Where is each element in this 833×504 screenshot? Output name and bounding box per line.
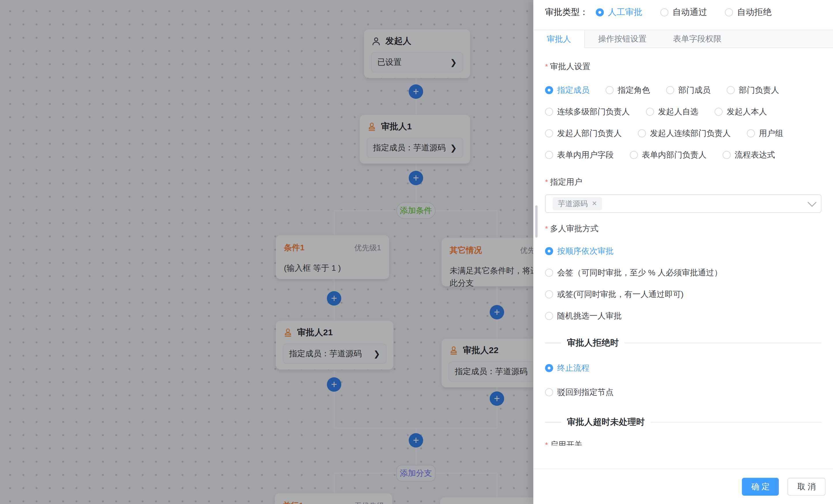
selected-user-name: 芋道源码 [558,199,588,209]
cancel-button[interactable]: 取 消 [787,478,826,496]
multi-approve-option[interactable]: 或签(可同时审批，有一人通过即可) [545,289,822,300]
node-config-panel: 审批类型： 人工审批 自动通过 自动拒绝 审批人 操作按钮设置 表单字段权 [533,0,833,504]
radio-circle-icon [725,8,733,17]
approver-setting-option[interactable]: 发起人部门负责人 [545,128,622,139]
approver-setting-option[interactable]: 部门负责人 [727,85,779,96]
tab-label: 审批人 [547,34,571,45]
radio-label: 会签（可同时审批，至少 % 人必须审批通过） [557,267,722,278]
approver-setting-option[interactable]: 连续多级部门负责人 [545,106,630,117]
approval-type-option[interactable]: 自动通过 [660,6,707,18]
radio-label: 驳回到指定节点 [557,387,614,398]
approver-setting-option[interactable]: 表单内用户字段 [545,149,614,160]
radio-circle-icon [747,129,755,137]
divider-line [545,343,561,343]
radio-label: 流程表达式 [735,149,775,160]
radio-circle-icon [727,86,735,94]
radio-label: 或签(可同时审批，有一人通过即可) [557,289,684,300]
reject-option[interactable]: 终止流程 [545,362,822,374]
config-form: 审批人设置 指定成员 指定角色 部门成员 部门负责人 [533,49,833,446]
radio-label: 发起人连续部门负责人 [650,128,731,139]
config-tab[interactable]: 审批人 [533,30,585,48]
tab-label: 操作按钮设置 [598,33,646,44]
radio-circle-icon [666,86,674,94]
multi-approve-option[interactable]: 按顺序依次审批 [545,246,822,257]
reject-radio-group: 终止流程 驳回到指定节点 [545,362,822,398]
radio-label: 自动拒绝 [737,6,771,18]
confirm-button[interactable]: 确 定 [742,478,779,496]
assign-user-select[interactable]: 芋道源码 ✕ [545,194,822,213]
radio-label: 表单内部门负责人 [642,149,707,160]
approver-setting-option[interactable]: 表单内部门负责人 [630,149,707,160]
approver-setting-row2: 连续多级部门负责人 发起人自选 发起人本人 [545,106,822,117]
radio-label: 连续多级部门负责人 [557,106,630,117]
divider-line [650,422,822,423]
radio-label: 指定成员 [557,85,590,96]
radio-label: 终止流程 [557,362,590,374]
config-tab[interactable]: 操作按钮设置 [585,30,660,48]
radio-label: 发起人自选 [658,106,698,117]
approver-setting-row3: 发起人部门负责人 发起人连续部门负责人 用户组 [545,128,822,139]
radio-label: 部门成员 [678,85,711,96]
reject-section-divider: 审批人拒绝时 [545,337,822,349]
radio-circle-icon [545,151,553,159]
radio-label: 用户组 [759,128,783,139]
approver-setting-option[interactable]: 发起人连续部门负责人 [638,128,731,139]
radio-circle-icon [545,247,553,255]
radio-circle-icon [545,290,553,298]
radio-circle-icon [646,108,654,116]
approver-setting-label: 审批人设置 [545,61,822,72]
approver-setting-option[interactable]: 用户组 [747,128,783,139]
config-tab[interactable]: 表单字段权限 [660,30,735,48]
multi-approve-option[interactable]: 随机挑选一人审批 [545,310,822,321]
radio-circle-icon [545,86,553,94]
enable-switch-label: 启用开关 [545,439,822,446]
radio-circle-icon [630,151,638,159]
multi-approve-radio-group: 按顺序依次审批 会签（可同时审批，至少 % 人必须审批通过） 或签(可同时审批，… [545,246,822,321]
remove-tag-icon[interactable]: ✕ [592,200,597,207]
radio-circle-icon [722,151,731,159]
radio-circle-icon [545,388,553,396]
radio-circle-icon [660,8,668,17]
radio-circle-icon [638,129,646,137]
radio-circle-icon [545,364,553,372]
radio-circle-icon [545,129,553,137]
approval-type-option[interactable]: 人工审批 [596,6,642,18]
radio-circle-icon [715,108,722,116]
approver-setting-option[interactable]: 发起人自选 [646,106,698,117]
divider-line [625,343,822,343]
radio-label: 自动通过 [672,6,707,18]
multi-approve-label: 多人审批方式 [545,223,822,234]
multi-approve-option[interactable]: 会签（可同时审批，至少 % 人必须审批通过） [545,267,822,278]
radio-label: 发起人本人 [727,106,767,117]
approval-type-label: 审批类型： [545,6,588,18]
scrollbar-thumb[interactable] [535,205,538,237]
assign-user-label: 指定用户 [545,177,822,187]
approval-type-row: 审批类型： 人工审批 自动通过 自动拒绝 [533,0,833,18]
approver-setting-option[interactable]: 指定成员 [545,85,590,96]
timeout-section-divider: 审批人超时未处理时 [545,416,822,428]
radio-label: 发起人部门负责人 [557,128,622,139]
reject-option[interactable]: 驳回到指定节点 [545,387,822,398]
radio-circle-icon [605,86,614,94]
approval-type-radio-group: 人工审批 自动通过 自动拒绝 [596,6,771,18]
radio-circle-icon [545,269,553,277]
divider-line [545,422,561,423]
chevron-down-icon [808,198,816,207]
approver-setting-option[interactable]: 发起人本人 [715,106,767,117]
approver-setting-option[interactable]: 流程表达式 [722,149,775,160]
tab-label: 表单字段权限 [673,33,721,44]
radio-label: 指定角色 [618,85,650,96]
approver-setting-row4: 表单内用户字段 表单内部门负责人 流程表达式 [545,149,822,160]
radio-label: 人工审批 [608,6,642,18]
config-tabs: 审批人 操作按钮设置 表单字段权限 [533,30,833,48]
radio-label: 表单内用户字段 [557,149,614,160]
radio-circle-icon [596,8,604,17]
approver-setting-row1: 指定成员 指定角色 部门成员 部门负责人 [545,85,822,96]
radio-circle-icon [545,108,553,116]
selected-user-tag: 芋道源码 ✕ [552,197,602,210]
approval-type-option[interactable]: 自动拒绝 [725,6,771,18]
approver-setting-option[interactable]: 指定角色 [605,85,650,96]
approver-setting-option[interactable]: 部门成员 [666,85,711,96]
timeout-section-title: 审批人超时未处理时 [567,416,645,428]
radio-label: 部门负责人 [739,85,779,96]
